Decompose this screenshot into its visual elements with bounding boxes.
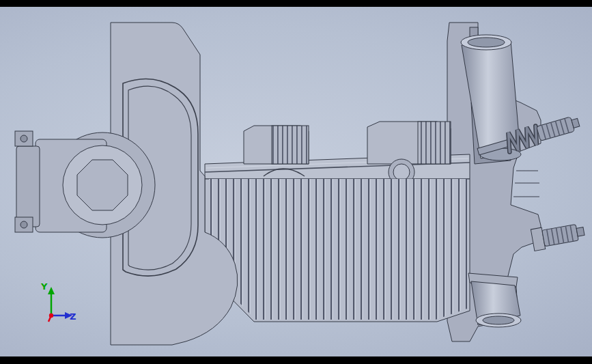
exhaust-stack[interactable] [468, 273, 521, 327]
axis-x-dot [49, 313, 53, 318]
letterbox-bottom [0, 356, 592, 364]
plug-tip-lower [576, 227, 584, 237]
orientation-triad: Y Z [40, 281, 76, 322]
upper-fin-block-left[interactable] [244, 126, 309, 164]
port-circle-inner [393, 164, 410, 180]
axis-z-label: Z [70, 311, 76, 322]
boss-octagon [77, 160, 128, 210]
exhaust-bore [483, 316, 514, 324]
cad-window: Y Z [0, 0, 592, 364]
plug-body-upper [537, 117, 575, 141]
boss-step2 [16, 146, 40, 227]
axis-y-label: Y [40, 281, 48, 292]
bolt-bottom [20, 221, 27, 228]
crankshaft-boss[interactable] [15, 131, 155, 238]
bolt-top [20, 135, 27, 142]
model-canvas[interactable]: Y Z [0, 0, 592, 364]
head-fin-lines [513, 171, 539, 197]
letterbox-top [0, 0, 592, 7]
cylinder-barrel-fins[interactable] [205, 169, 470, 322]
intake-bore [468, 38, 505, 47]
cad-viewport[interactable]: Y Z [0, 0, 592, 364]
